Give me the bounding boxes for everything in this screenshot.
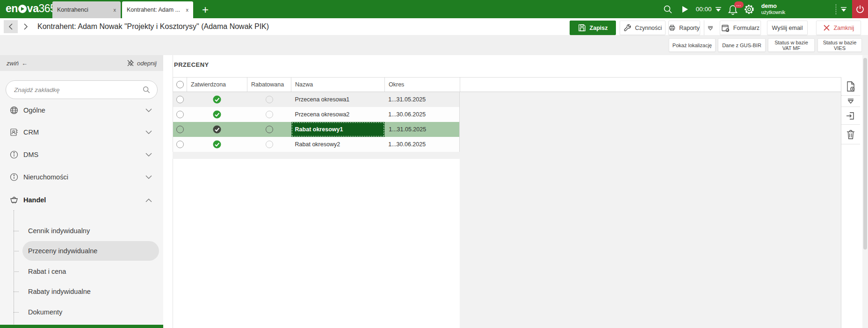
column-header-rabatowana[interactable]: Rabatowana xyxy=(247,78,291,92)
vies-status-button[interactable]: Status w bazie VIES xyxy=(817,38,862,52)
reports-button[interactable]: Raporty xyxy=(668,21,700,35)
close-icon[interactable]: x xyxy=(186,7,189,13)
gus-bir-button[interactable]: Dane z GUS-BIR xyxy=(718,38,766,52)
grid-empty-area xyxy=(460,92,841,328)
unpin-sidebar-button[interactable]: odepnij xyxy=(127,59,157,67)
logout-power-button[interactable] xyxy=(852,0,868,18)
row-radio[interactable] xyxy=(176,111,184,118)
empty-row-stripe xyxy=(173,152,460,159)
notifications-bell-icon[interactable]: ... xyxy=(728,4,738,15)
search-input[interactable] xyxy=(6,86,142,93)
send-email-button[interactable]: Wyślij email xyxy=(767,21,808,35)
back-button[interactable] xyxy=(4,20,18,33)
caret-down-icon xyxy=(847,98,854,105)
actions-button[interactable]: Czynności xyxy=(620,21,665,35)
save-button[interactable]: Zapisz xyxy=(570,21,616,35)
sidebar-item-dokumenty[interactable]: Dokumenty xyxy=(0,302,163,322)
form-window-icon xyxy=(721,24,730,32)
sidebar-item-crm[interactable]: CRM xyxy=(0,122,163,143)
sidebar-item-nieruchomosci[interactable]: Nieruchomości xyxy=(0,167,163,187)
add-record-button[interactable] xyxy=(841,77,860,96)
sidebar: zwiń ← odepnij Ogólne xyxy=(0,55,163,328)
vat-status-button[interactable]: Status w bazie VAT MF xyxy=(768,38,815,52)
row-radio[interactable] xyxy=(176,141,184,148)
table-header-row: Zatwierdzona Rabatowana Nazwa Okres xyxy=(173,77,841,92)
sidebar-header: zwiń ← odepnij xyxy=(0,55,163,71)
column-header-okres[interactable]: Okres xyxy=(385,78,460,92)
rabatowana-radio[interactable] xyxy=(266,96,273,103)
row-radio[interactable] xyxy=(176,96,184,103)
select-all-radio[interactable] xyxy=(173,78,187,92)
load-more-button[interactable] xyxy=(841,96,860,107)
trash-icon xyxy=(846,129,855,140)
row-radio[interactable] xyxy=(176,126,184,133)
column-header-nazwa[interactable]: Nazwa xyxy=(291,78,385,92)
sidebar-item-rabat-i-cena[interactable]: Rabat i cena xyxy=(0,262,163,281)
save-floppy-icon xyxy=(578,24,586,32)
cell-nazwa[interactable]: Rabat okresowy2 xyxy=(291,137,385,152)
table-row[interactable]: Rabat okresowy2 1...30.06.2025 xyxy=(173,137,460,152)
notification-badge: ... xyxy=(734,1,744,8)
cell-okres[interactable]: 1...31.05.2025 xyxy=(384,92,459,107)
cell-okres[interactable]: 1...31.05.2025 xyxy=(384,122,459,137)
top-bar: en va 365 dla biznesu Kontrahenci x Kont… xyxy=(0,0,868,18)
close-button[interactable]: Zamknij xyxy=(816,21,861,35)
scrollbar-thumb[interactable] xyxy=(863,58,867,250)
sidebar-item-przeceny-indywidualne[interactable]: Przeceny indywidualne xyxy=(0,241,163,261)
open-record-button[interactable] xyxy=(841,107,860,125)
info-circle-icon xyxy=(9,150,19,159)
chevron-down-icon xyxy=(145,153,152,157)
sidebar-item-cennik-indywidualny[interactable]: Cennik indywidualny xyxy=(0,221,163,241)
delete-record-button[interactable] xyxy=(841,125,860,144)
chevron-down-icon[interactable] xyxy=(715,6,722,13)
user-menu[interactable]: demo użytkownik xyxy=(761,3,785,15)
vertical-scrollbar[interactable] xyxy=(862,55,868,328)
chevron-down-icon[interactable] xyxy=(840,6,847,13)
cell-nazwa[interactable]: Przecena okresowa1 xyxy=(291,92,385,107)
rabatowana-radio[interactable] xyxy=(266,126,273,133)
divider xyxy=(836,4,836,14)
sidebar-item-handel[interactable]: Handel xyxy=(0,190,163,210)
gear-icon[interactable] xyxy=(744,4,755,15)
tab-kontrahenci[interactable]: Kontrahenci x xyxy=(52,1,121,18)
reports-dropdown-button[interactable] xyxy=(704,21,716,35)
section-title: PRZECENY xyxy=(174,61,209,68)
timer-value: 00:00 xyxy=(696,6,712,13)
collapse-sidebar-button[interactable]: zwiń ← xyxy=(7,60,28,67)
table-body: Przecena okresowa1 1...31.05.2025 Przece… xyxy=(173,92,460,152)
chevron-up-icon xyxy=(145,198,152,202)
show-location-button[interactable]: Pokaż lokalizację xyxy=(669,38,716,52)
cell-okres[interactable]: 1...30.06.2025 xyxy=(384,107,459,122)
form-button[interactable]: Formularz xyxy=(720,21,761,35)
printer-icon xyxy=(669,24,675,32)
cell-okres[interactable]: 1...30.06.2025 xyxy=(384,137,459,152)
shopping-cart-icon xyxy=(9,195,19,205)
tab-kontrahent-adam[interactable]: Kontrahent: Adam ... x xyxy=(122,1,193,18)
contact-card-icon xyxy=(9,128,19,137)
cell-nazwa-focused[interactable]: Rabat okresowy1 xyxy=(291,122,385,137)
new-document-icon xyxy=(846,81,856,92)
play-icon[interactable] xyxy=(681,6,688,13)
open-in-form-icon xyxy=(846,111,856,121)
cell-nazwa[interactable]: Przecena okresowa2 xyxy=(291,107,385,122)
table-row[interactable]: Przecena okresowa1 1...31.05.2025 xyxy=(173,92,460,107)
table-row-selected[interactable]: Rabat okresowy1 1...31.05.2025 xyxy=(173,122,460,137)
sidebar-item-dms[interactable]: DMS xyxy=(0,144,163,165)
close-icon[interactable]: x xyxy=(114,7,116,13)
add-tab-button[interactable]: + xyxy=(202,1,209,18)
forward-button[interactable] xyxy=(19,20,33,33)
approved-check-icon xyxy=(213,95,221,104)
approved-check-icon xyxy=(213,125,221,134)
pin-icon xyxy=(127,59,134,67)
rabatowana-radio[interactable] xyxy=(266,141,273,148)
sidebar-bottom-strip xyxy=(0,325,163,328)
column-header-zatwierdzona[interactable]: Zatwierdzona xyxy=(187,78,247,92)
sidebar-search xyxy=(6,80,158,99)
rabatowana-radio[interactable] xyxy=(266,111,273,118)
sidebar-item-rabaty-indywidualne[interactable]: Rabaty indywidualne xyxy=(0,282,163,301)
sidebar-item-ogolne[interactable]: Ogólne xyxy=(0,100,163,121)
table-row[interactable]: Przecena okresowa2 1...30.06.2025 xyxy=(173,107,460,122)
info-circle-icon xyxy=(9,172,19,182)
chevron-down-icon xyxy=(145,108,152,113)
search-icon[interactable] xyxy=(663,4,673,14)
